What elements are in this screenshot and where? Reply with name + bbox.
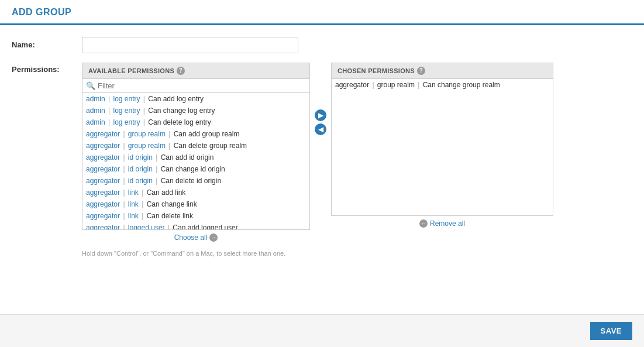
list-item[interactable]: aggregator | link | Can change link (82, 198, 309, 210)
move-left-button[interactable]: ◀ (315, 123, 326, 135)
available-permissions-box: AVAILABLE PERMISSIONS ? 🔍 admin | log en… (82, 63, 310, 245)
page-title: ADD GROUP (12, 7, 71, 25)
list-item[interactable]: aggregator | group realm | Can change gr… (332, 79, 553, 91)
name-label: Name: (12, 37, 82, 49)
permissions-row: Permissions: AVAILABLE PERMISSIONS ? 🔍 a… (12, 63, 632, 245)
remove-all-icon[interactable]: ← (419, 219, 428, 228)
chosen-permissions-title: CHOSEN PERMISSIONS ? (331, 63, 553, 78)
list-item[interactable]: admin | log entry | Can add log entry (82, 93, 309, 105)
list-item[interactable]: aggregator | logged user | Can add logge… (82, 222, 309, 230)
permissions-content: AVAILABLE PERMISSIONS ? 🔍 admin | log en… (82, 63, 553, 245)
name-input[interactable] (82, 37, 298, 53)
choose-all-icon[interactable]: → (209, 233, 218, 242)
list-item[interactable]: aggregator | link | Can add link (82, 187, 309, 198)
available-help-icon[interactable]: ? (177, 67, 185, 75)
form-area: Name: Permissions: AVAILABLE PERMISSIONS… (0, 25, 644, 269)
help-text: Hold down "Control", or "Command" on a M… (12, 250, 632, 257)
list-item[interactable]: aggregator | id origin | Can add id orig… (82, 152, 309, 163)
arrow-buttons: ▶ ◀ (315, 63, 326, 135)
list-item[interactable]: aggregator | group realm | Can add group… (82, 128, 309, 140)
search-icon: 🔍 (86, 81, 95, 90)
available-permissions-title: AVAILABLE PERMISSIONS ? (82, 63, 310, 78)
list-item[interactable]: aggregator | id origin | Can delete id o… (82, 175, 309, 187)
available-permissions-list[interactable]: admin | log entry | Can add log entryadm… (82, 92, 310, 230)
top-bar: ADD GROUP (0, 0, 644, 25)
chosen-permissions-list[interactable]: aggregator | group realm | Can change gr… (331, 78, 553, 216)
list-item[interactable]: admin | log entry | Can delete log entry (82, 116, 309, 128)
remove-all-link[interactable]: Remove all (430, 219, 465, 228)
chosen-help-icon[interactable]: ? (417, 67, 425, 75)
choose-all-row: Choose all → (82, 230, 310, 245)
list-item[interactable]: aggregator | group realm | Can delete gr… (82, 140, 309, 152)
list-item[interactable]: admin | log entry | Can change log entry (82, 105, 309, 116)
chosen-permissions-box: CHOSEN PERMISSIONS ? aggregator | group … (331, 63, 553, 231)
name-row: Name: (12, 37, 632, 53)
filter-input[interactable] (98, 81, 250, 90)
choose-all-link[interactable]: Choose all (174, 233, 208, 242)
filter-row: 🔍 (82, 78, 310, 92)
permissions-label: Permissions: (12, 63, 82, 74)
save-button[interactable]: SAVE (590, 322, 632, 340)
bottom-bar: SAVE (0, 314, 644, 347)
remove-all-row: ← Remove all (331, 216, 553, 231)
list-item[interactable]: aggregator | link | Can delete link (82, 210, 309, 222)
list-item[interactable]: aggregator | id origin | Can change id o… (82, 163, 309, 175)
move-right-button[interactable]: ▶ (315, 109, 326, 121)
